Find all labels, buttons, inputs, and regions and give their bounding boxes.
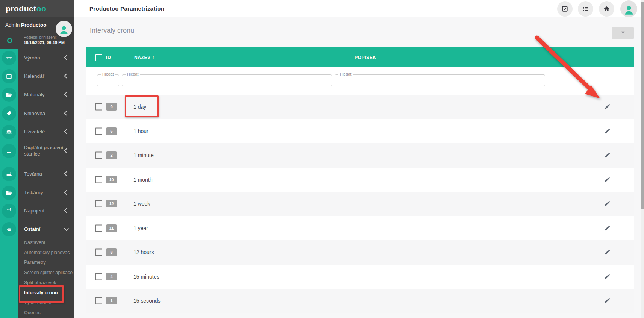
table-row[interactable]: 10 1 month — [86, 168, 634, 192]
select-all-checkbox[interactable] — [95, 54, 102, 61]
app-title: Productoo Parametrization — [89, 5, 164, 12]
table-row[interactable]: 2 1 minute — [86, 143, 634, 168]
sidebar-item-icon-circle[interactable] — [2, 144, 16, 158]
search-field-nazev: Hledat — [122, 74, 332, 86]
lines-icon — [6, 148, 12, 154]
search-input-id[interactable] — [101, 77, 117, 84]
list-icon — [582, 5, 589, 12]
row-checkbox[interactable] — [95, 103, 102, 111]
column-header-popisek[interactable]: POPISEK — [355, 55, 376, 60]
column-header-id[interactable]: ID — [106, 55, 111, 60]
sidebar-item-uzivatele[interactable]: Uživatelé — [0, 124, 74, 139]
logo-text-accent: oo — [36, 4, 47, 13]
edit-pencil-icon[interactable] — [604, 128, 611, 135]
table-row[interactable]: 6 1 hour — [86, 119, 634, 144]
row-checkbox[interactable] — [95, 297, 102, 304]
sidebar-item-label: Tiskárny — [24, 190, 64, 196]
edit-pencil-icon[interactable] — [604, 225, 611, 232]
sidebar-item-digitalni-pracovni-stanice[interactable]: Digitální pracovní stanice — [0, 144, 74, 159]
sidebar-subitem-intervaly-cronu[interactable]: Intervaly cronu — [24, 290, 58, 298]
sidebar-item-icon-circle[interactable] — [2, 51, 16, 65]
search-field-label: Hledat — [338, 72, 353, 76]
sidebar-item-label: Digitální pracovní stanice — [24, 145, 64, 157]
edit-pencil-icon[interactable] — [604, 297, 611, 304]
productoo-logo[interactable]: productoo — [6, 4, 46, 13]
edit-pencil-icon[interactable] — [604, 103, 611, 110]
edit-pencil-icon[interactable] — [604, 200, 611, 207]
sidebar-item-icon-circle[interactable] — [2, 69, 16, 83]
sidebar-item-icon-circle[interactable] — [2, 88, 16, 102]
sidebar-item-kalendar[interactable]: Kalendář — [0, 69, 74, 84]
list-view-button[interactable] — [578, 1, 593, 17]
sidebar-item-napojeni[interactable]: Napojení — [0, 203, 74, 218]
sidebar-subitem-screen-splitter-aplikace[interactable]: Screen splitter aplikace — [24, 270, 73, 277]
row-id-badge: 6 — [106, 127, 117, 135]
table-row[interactable]: 12 1 week — [86, 192, 634, 216]
table-row[interactable]: 11 1 year — [86, 216, 634, 241]
sidebar-item-icon-circle[interactable] — [2, 222, 16, 236]
edit-pencil-icon[interactable] — [604, 249, 611, 256]
column-header-nazev[interactable]: NÁZEV↑ — [134, 55, 155, 60]
sidebar-subitem-split-obrazovek[interactable]: Split obrazovek — [24, 280, 56, 288]
sidebar-subitem-nastaven-[interactable]: Nastavení — [24, 240, 45, 247]
sidebar-item-icon-circle[interactable] — [2, 204, 16, 218]
folder-icon — [6, 189, 12, 196]
row-checkbox[interactable] — [95, 249, 102, 256]
sidebar-item-vyroba[interactable]: Výroba — [0, 50, 74, 65]
row-id-badge: 2 — [106, 151, 117, 159]
person-icon — [623, 4, 635, 16]
last-login-label: Poslední přihlášení: — [24, 35, 57, 39]
scrollbar-thumb[interactable] — [641, 2, 644, 209]
row-name: 1 hour — [133, 128, 148, 134]
tasks-button[interactable] — [557, 1, 573, 17]
row-name: 12 hours — [133, 249, 154, 255]
row-name: 15 seconds — [133, 298, 161, 304]
row-id-badge: 12 — [106, 200, 117, 207]
search-field-popisek: Hledat — [335, 74, 545, 86]
row-id-badge: 8 — [106, 248, 117, 256]
filter-button[interactable] — [612, 27, 634, 39]
row-checkbox[interactable] — [95, 127, 102, 135]
edit-pencil-icon[interactable] — [604, 176, 611, 183]
sidebar-item-label: Knihovna — [24, 111, 64, 117]
sidebar-item-knihovna[interactable]: Knihovna — [0, 106, 74, 121]
page-heading: Intervaly cronu — [90, 27, 134, 35]
search-field-label: Hledat — [126, 72, 140, 76]
sidebar-item-icon-circle[interactable] — [2, 106, 16, 121]
row-checkbox[interactable] — [95, 176, 102, 183]
main-content: Productoo Parametrization Intervaly cron… — [74, 0, 644, 318]
user-avatar[interactable] — [56, 21, 72, 37]
home-button[interactable] — [599, 1, 614, 17]
search-input-popisek[interactable] — [338, 77, 543, 84]
profile-avatar-button[interactable] — [620, 0, 637, 17]
sidebar-item-icon-circle[interactable] — [2, 125, 16, 139]
sidebar-item-icon-circle[interactable] — [2, 167, 16, 181]
row-name: 1 minute — [133, 152, 154, 158]
sidebar-item-label: Materiály — [24, 92, 64, 98]
sidebar-item-tiskarny[interactable]: Tiskárny — [0, 185, 74, 200]
folder-icon — [6, 91, 12, 98]
sidebar-item-ostatni[interactable]: Ostatní — [0, 222, 74, 237]
row-checkbox[interactable] — [95, 224, 102, 232]
table-row[interactable]: 1 15 seconds — [86, 289, 634, 313]
vertical-scrollbar[interactable] — [641, 0, 644, 318]
edit-pencil-icon[interactable] — [604, 152, 611, 159]
search-input-nazev[interactable] — [126, 77, 330, 84]
sidebar-subitem-automatick-pl-nova-[interactable]: Automatický plánovač — [24, 250, 70, 257]
row-id-badge: 9 — [106, 103, 117, 111]
edit-pencil-icon[interactable] — [604, 273, 611, 280]
table-row[interactable]: 9 1 day — [86, 95, 634, 119]
sidebar-subitem-parametry[interactable]: Parametry — [24, 260, 46, 267]
table-row[interactable]: 8 12 hours — [86, 240, 634, 265]
row-name: 1 year — [133, 225, 148, 231]
table-row[interactable]: 4 15 minutes — [86, 265, 634, 289]
sidebar-item-tovarna[interactable]: Továrna — [0, 167, 74, 182]
sidebar-item-materialy[interactable]: Materiály — [0, 87, 74, 102]
row-checkbox[interactable] — [95, 273, 102, 280]
sidebar-item-label: Kalendář — [24, 73, 64, 80]
sidebar-item-icon-circle[interactable] — [2, 186, 16, 200]
row-checkbox[interactable] — [95, 152, 102, 159]
row-checkbox[interactable] — [95, 200, 102, 207]
sidebar-subitem-queries[interactable]: Queries — [24, 310, 41, 318]
sidebar-subitem-v-et-hodnot[interactable]: Výčet hodnot — [24, 300, 52, 307]
